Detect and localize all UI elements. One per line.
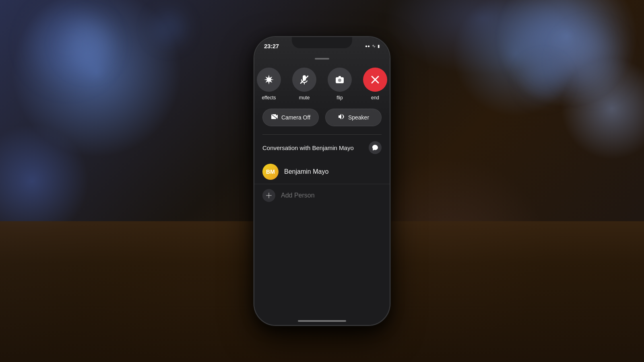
wifi-icon: ∿ bbox=[372, 43, 376, 49]
end-icon bbox=[371, 75, 380, 84]
contact-item[interactable]: BM Benjamin Mayo bbox=[254, 160, 390, 184]
camera-off-label: Camera Off bbox=[281, 114, 310, 121]
mute-label: mute bbox=[299, 95, 310, 101]
bottom-buttons: Camera Off Speaker bbox=[254, 109, 390, 126]
mute-icon bbox=[299, 74, 310, 85]
battery-icon: ▮ bbox=[378, 44, 380, 48]
status-icons: ●● ∿ ▮ bbox=[365, 43, 380, 49]
flip-button[interactable]: flip bbox=[328, 68, 352, 101]
end-label: end bbox=[371, 95, 379, 101]
plus-icon bbox=[266, 192, 272, 199]
contact-avatar: BM bbox=[262, 164, 279, 180]
phone-device: 23:27 ●● ∿ ▮ bbox=[254, 36, 390, 326]
speaker-button[interactable]: Speaker bbox=[325, 109, 382, 126]
camera-off-button[interactable]: Camera Off bbox=[262, 109, 319, 126]
effects-icon bbox=[263, 74, 275, 85]
end-button[interactable]: end bbox=[363, 68, 387, 101]
call-content: effects mute bbox=[254, 37, 390, 325]
svg-rect-5 bbox=[339, 76, 341, 78]
phone-notch bbox=[292, 37, 352, 48]
avatar-initials: BM bbox=[266, 169, 275, 175]
effects-circle bbox=[257, 68, 281, 92]
status-time: 23:27 bbox=[264, 43, 279, 49]
add-person-icon bbox=[262, 189, 275, 202]
conversation-header: Conversation with Benjamin Mayo bbox=[254, 141, 390, 154]
home-indicator[interactable] bbox=[298, 320, 346, 322]
phone-screen: 23:27 ●● ∿ ▮ bbox=[254, 37, 390, 325]
svg-point-4 bbox=[338, 79, 341, 82]
mute-button[interactable]: mute bbox=[292, 68, 316, 101]
camera-off-icon bbox=[271, 114, 278, 121]
flip-circle bbox=[328, 68, 352, 92]
mute-circle bbox=[292, 68, 316, 92]
speaker-label: Speaker bbox=[348, 114, 369, 121]
flip-icon bbox=[334, 74, 345, 85]
effects-button[interactable]: effects bbox=[257, 68, 281, 101]
add-person-button[interactable]: Add Person bbox=[254, 184, 390, 207]
message-bubble-icon bbox=[372, 144, 378, 151]
add-person-label: Add Person bbox=[281, 192, 315, 199]
drag-handle[interactable] bbox=[315, 58, 329, 60]
contact-name: Benjamin Mayo bbox=[284, 168, 328, 175]
message-icon-button[interactable] bbox=[369, 141, 382, 154]
effects-label: effects bbox=[262, 95, 276, 101]
flip-label: flip bbox=[336, 95, 343, 101]
end-circle bbox=[363, 68, 387, 92]
phone-body: 23:27 ●● ∿ ▮ bbox=[254, 36, 390, 326]
controls-row: effects mute bbox=[254, 68, 390, 101]
speaker-icon bbox=[338, 113, 345, 121]
signal-icon: ●● bbox=[365, 44, 370, 48]
divider bbox=[262, 134, 382, 135]
conversation-title: Conversation with Benjamin Mayo bbox=[262, 144, 354, 151]
